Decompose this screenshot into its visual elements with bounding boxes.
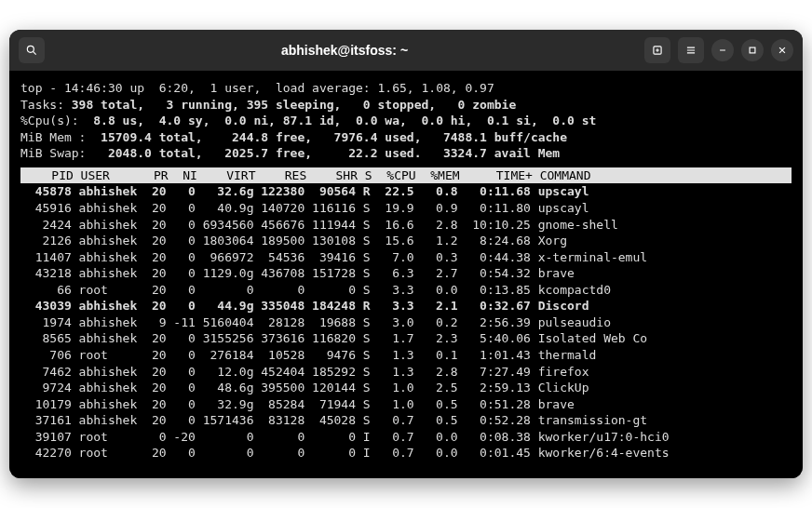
terminal-body[interactable]: top - 14:46:30 up 6:20, 1 user, load ave… (9, 71, 803, 478)
top-summary-line1: top - 14:46:30 up 6:20, 1 user, load ave… (20, 80, 792, 97)
process-row: 1974 abhishek 9 -11 5160404 28128 19688 … (20, 314, 792, 331)
close-button[interactable] (771, 39, 793, 61)
top-summary-swap: MiB Swap: 2048.0 total, 2025.7 free, 22.… (20, 145, 792, 162)
process-row: 39107 root 0 -20 0 0 0 I 0.7 0.0 0:08.38… (20, 429, 792, 446)
hamburger-icon (684, 44, 697, 57)
process-row: 706 root 20 0 276184 10528 9476 S 1.3 0.… (20, 347, 792, 364)
maximize-button[interactable] (741, 39, 764, 61)
window-title: abhishek@itsfoss: ~ (281, 43, 408, 58)
titlebar: abhishek@itsfoss: ~ (9, 30, 803, 71)
process-table-body: 45878 abhishek 20 0 32.6g 122380 90564 R… (20, 183, 792, 461)
search-icon (25, 44, 38, 57)
terminal-window: abhishek@itsfoss: ~ top - 14:46:30 up 6:… (9, 30, 803, 478)
process-row: 45916 abhishek 20 0 40.9g 140720 116116 … (20, 200, 792, 217)
minimize-button[interactable] (711, 39, 734, 61)
process-row: 9724 abhishek 20 0 48.6g 395500 120144 S… (20, 380, 792, 396)
svg-rect-9 (750, 47, 755, 53)
maximize-icon (746, 44, 759, 57)
svg-line-1 (33, 52, 35, 55)
process-row: 10179 abhishek 20 0 32.9g 85284 71944 S … (20, 396, 792, 413)
process-row: 43039 abhishek 20 0 44.9g 335048 184248 … (20, 298, 792, 314)
top-summary-cpu: %Cpu(s): 8.8 us, 4.0 sy, 0.0 ni, 87.1 id… (20, 113, 792, 129)
close-icon (776, 44, 789, 57)
new-tab-button[interactable] (644, 37, 670, 63)
process-row: 42270 root 20 0 0 0 0 I 0.7 0.0 0:01.45 … (20, 445, 792, 461)
process-row: 8565 abhishek 20 0 3155256 373616 116820… (20, 330, 792, 347)
top-summary-tasks: Tasks: 398 total, 3 running, 395 sleepin… (20, 97, 792, 114)
process-row: 45878 abhishek 20 0 32.6g 122380 90564 R… (20, 183, 792, 200)
process-row: 2126 abhishek 20 0 1803064 189500 130108… (20, 233, 792, 249)
process-row: 11407 abhishek 20 0 966972 54536 39416 S… (20, 249, 792, 266)
search-button[interactable] (19, 37, 45, 63)
process-row: 7462 abhishek 20 0 12.0g 452404 185292 S… (20, 364, 792, 381)
menu-button[interactable] (678, 37, 704, 63)
process-table-header: PID USER PR NI VIRT RES SHR S %CPU %MEM … (20, 167, 792, 184)
new-tab-icon (651, 44, 664, 57)
process-row: 37161 abhishek 20 0 1571436 83128 45028 … (20, 412, 792, 429)
svg-point-0 (27, 47, 34, 53)
process-row: 43218 abhishek 20 0 1129.0g 436708 15172… (20, 265, 792, 282)
top-summary-mem: MiB Mem : 15709.4 total, 244.8 free, 797… (20, 129, 792, 146)
process-row: 2424 abhishek 20 0 6934560 456676 111944… (20, 217, 792, 234)
minimize-icon (716, 44, 729, 57)
process-row: 66 root 20 0 0 0 0 S 3.3 0.0 0:13.85 kco… (20, 282, 792, 299)
